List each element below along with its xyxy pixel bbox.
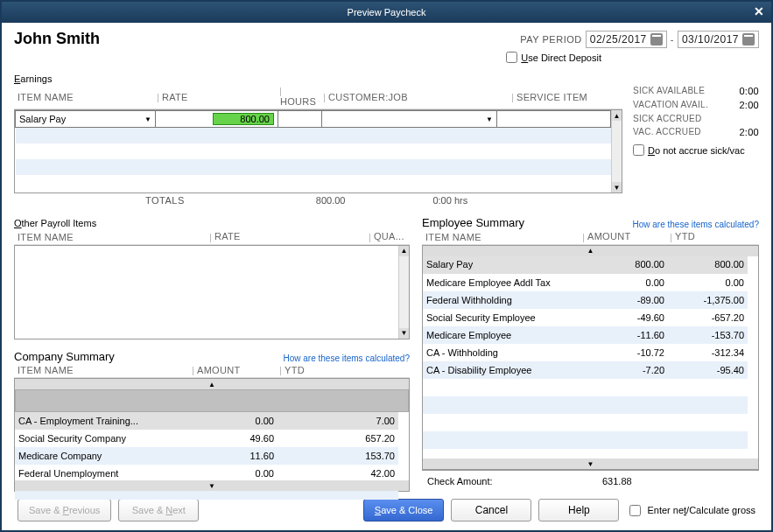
employee-calc-link[interactable]: How are these items calculated? [632, 220, 759, 229]
pay-period: PAY PERIOD 02/25/2017 - 03/10/2017 [520, 31, 759, 48]
item-name-dropdown[interactable]: Salary Pay▼ [19, 114, 151, 124]
sick-accrued: SICK ACCRUED [633, 114, 759, 123]
rate-input[interactable]: 800.00 [213, 113, 274, 125]
table-row: Social Security Company49.60657.20 [15, 430, 398, 447]
table-row[interactable]: Salary Pay▼ 800.00 ▼ [16, 111, 611, 128]
cancel-button[interactable]: Cancel [451, 499, 531, 522]
pay-period-end-input[interactable]: 03/10/2017 [678, 31, 759, 48]
company-summary-title: Company Summary [14, 350, 115, 363]
company-calc-link[interactable]: How are these items calculated? [283, 354, 410, 363]
customer-job-dropdown[interactable]: ▼ [326, 116, 493, 123]
scrollbar[interactable]: ▲▼ [611, 110, 622, 192]
table-row: CA - Employment Training...0.007.00 [15, 412, 398, 430]
titlebar: Preview Paycheck ✕ [2, 2, 771, 23]
company-summary-table[interactable]: ▲▼ CA - Employment Training...0.007.00 S… [14, 378, 410, 492]
table-row: Salary Pay800.00800.00 [423, 256, 748, 274]
employee-summary-title: Employee Summary [422, 216, 524, 229]
table-row: Social Security Employee-49.60-657.20 [423, 309, 748, 326]
calendar-icon[interactable] [742, 33, 755, 46]
vacation-available: VACATION AVAIL.2:00 [633, 100, 759, 110]
vac-accrued: VAC. ACCRUED2:00 [633, 127, 759, 137]
enter-net-calculate-gross-checkbox[interactable]: Enter net/Calculate gross [626, 502, 755, 519]
pay-period-label: PAY PERIOD [520, 34, 581, 45]
close-icon[interactable]: ✕ [754, 4, 764, 18]
table-row: Medicare Company11.60153.70 [15, 447, 398, 465]
scrollbar[interactable]: ▲▼ [398, 246, 409, 339]
use-direct-deposit-checkbox[interactable]: Use Direct Deposit [506, 52, 601, 63]
scrollbar[interactable]: ▲▼ [15, 379, 409, 412]
employee-summary-table[interactable]: ▲▼ Salary Pay800.00800.00 Medicare Emplo… [422, 245, 759, 470]
table-row: Medicare Employee Addl Tax0.000.00 [423, 274, 748, 291]
calendar-icon[interactable] [650, 33, 663, 46]
help-button[interactable]: Help [538, 499, 619, 522]
other-payroll-table[interactable]: ▲▼ [14, 245, 410, 340]
table-row: CA - Withholding-10.72-312.34 [423, 344, 748, 361]
do-not-accrue-checkbox[interactable]: Do not accrue sick/vac [633, 144, 745, 156]
preview-paycheck-window: Preview Paycheck ✕ John Smith PAY PERIOD… [0, 0, 773, 532]
table-row: Federal Withholding-89.00-1,375.00 [423, 291, 748, 309]
table-row: Medicare Employee-11.60-153.70 [423, 326, 748, 344]
table-row: CA - Disability Employee-7.20-95.40 [423, 361, 748, 379]
pay-period-start-input[interactable]: 02/25/2017 [586, 31, 667, 48]
sick-available: SICK AVAILABLE0:00 [633, 86, 759, 96]
employee-name: John Smith [14, 30, 100, 48]
scrollbar[interactable]: ▲▼ [423, 246, 758, 256]
window-title: Preview Paycheck [348, 7, 426, 18]
earnings-table[interactable]: ▲▼ Salary Pay▼ 800.00 ▼ [14, 109, 622, 193]
